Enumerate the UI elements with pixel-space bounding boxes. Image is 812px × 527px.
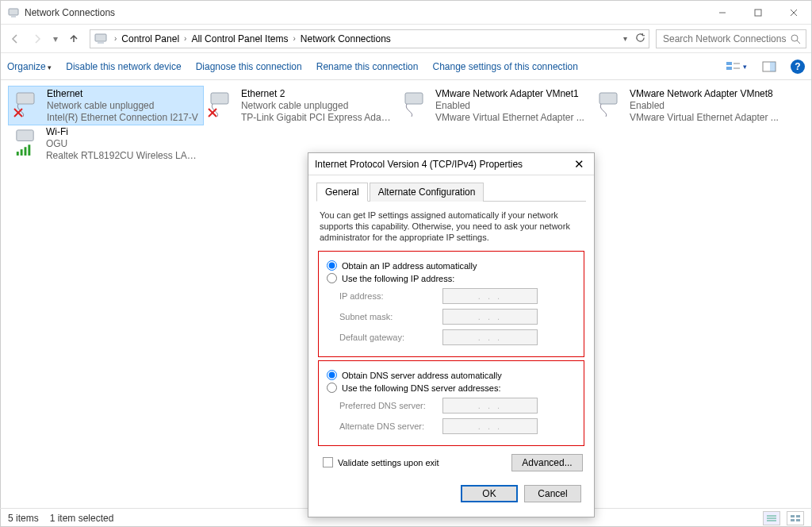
radio-dns-manual-label: Use the following DNS server addresses:: [342, 383, 501, 393]
connection-status: OGU: [46, 138, 200, 150]
svg-rect-16: [17, 93, 34, 104]
svg-point-8: [791, 35, 798, 41]
svg-rect-7: [98, 42, 104, 44]
dialog-info-text: You can get IP settings assigned automat…: [316, 202, 586, 248]
ip-address-input[interactable]: . . .: [442, 288, 538, 304]
connection-item-ethernet[interactable]: Ethernet Network cable unplugged Intel(R…: [9, 87, 203, 125]
ip-address-label: IP address:: [339, 291, 442, 301]
help-button[interactable]: ?: [791, 60, 805, 74]
breadcrumb-item[interactable]: Network Connections: [299, 33, 393, 44]
radio-dns-auto[interactable]: [327, 370, 337, 380]
wifi-icon: [12, 126, 41, 158]
address-icon: [94, 32, 108, 46]
tab-general[interactable]: General: [316, 183, 368, 202]
search-box[interactable]: [656, 29, 806, 48]
change-settings-button[interactable]: Change settings of this connection: [432, 61, 577, 72]
address-bar[interactable]: › Control Panel › All Control Panel Item…: [90, 29, 649, 48]
svg-rect-27: [25, 147, 27, 156]
connection-item-vmnet1[interactable]: VMware Network Adapter VMnet1 Enabled VM…: [397, 87, 592, 125]
properties-dialog: Internet Protocol Version 4 (TCP/IPv4) P…: [308, 152, 595, 517]
validate-settings-checkbox[interactable]: [323, 457, 333, 467]
advanced-button[interactable]: Advanced...: [511, 454, 583, 471]
diagnose-button[interactable]: Diagnose this connection: [196, 61, 302, 72]
svg-rect-25: [17, 152, 19, 156]
connection-item-vmnet8[interactable]: VMware Network Adapter VMnet8 Enabled VM…: [592, 87, 786, 125]
validate-settings-label: Validate settings upon exit: [338, 458, 439, 467]
titlebar: Network Connections: [1, 1, 811, 25]
connection-status: Enabled: [630, 100, 779, 112]
cancel-button[interactable]: Cancel: [524, 485, 581, 502]
breadcrumb-item[interactable]: Control Panel: [120, 33, 181, 44]
radio-ip-manual[interactable]: [327, 273, 337, 283]
connection-device: Realtek RTL8192CU Wireless LAN ...: [46, 150, 200, 162]
disable-device-button[interactable]: Disable this network device: [66, 61, 181, 72]
radio-ip-manual-label: Use the following IP address:: [342, 274, 454, 283]
connection-name: VMware Network Adapter VMnet8: [630, 88, 779, 100]
preview-pane-button[interactable]: [757, 58, 781, 75]
dialog-close-button[interactable]: ✕: [571, 157, 588, 171]
details-view-button[interactable]: [763, 511, 780, 525]
command-bar: Organize Disable this network device Dia…: [1, 53, 811, 80]
view-options-button[interactable]: ▾: [724, 58, 748, 75]
connection-name: Wi-Fi: [46, 126, 200, 138]
forward-button[interactable]: [28, 29, 47, 48]
ip-settings-group: Obtain an IP address automatically Use t…: [318, 251, 584, 357]
organize-menu[interactable]: Organize: [7, 61, 52, 72]
ethernet-icon: [12, 88, 42, 120]
ok-button[interactable]: OK: [461, 485, 518, 502]
large-icons-view-button[interactable]: [787, 511, 804, 525]
refresh-button[interactable]: [635, 33, 645, 45]
connection-status: Network cable unplugged: [241, 100, 394, 112]
default-gateway-label: Default gateway:: [339, 333, 442, 342]
preferred-dns-input[interactable]: . . .: [442, 398, 538, 414]
navbar: ▾ › Control Panel › All Control Panel It…: [1, 25, 811, 53]
tab-alternate-configuration[interactable]: Alternate Configuration: [370, 183, 485, 202]
svg-rect-24: [17, 129, 33, 140]
breadcrumb-item[interactable]: All Control Panel Items: [190, 33, 289, 44]
alternate-dns-input[interactable]: . . .: [442, 418, 538, 434]
svg-rect-28: [28, 144, 30, 156]
chevron-down-icon[interactable]: ▾: [620, 34, 630, 43]
svg-rect-1: [11, 16, 16, 17]
minimize-button[interactable]: [704, 1, 740, 25]
rename-button[interactable]: Rename this connection: [316, 61, 419, 72]
radio-ip-auto[interactable]: [327, 260, 337, 271]
svg-rect-11: [726, 67, 732, 70]
svg-rect-19: [211, 93, 228, 104]
connection-name: VMware Network Adapter VMnet1: [435, 88, 584, 100]
up-button[interactable]: [64, 29, 83, 48]
search-input[interactable]: [661, 33, 790, 45]
app-icon: [7, 6, 20, 19]
maximize-button[interactable]: [740, 1, 776, 25]
search-icon: [790, 33, 801, 44]
dialog-title: Internet Protocol Version 4 (TCP/IPv4) P…: [315, 159, 523, 170]
svg-rect-32: [791, 515, 795, 517]
back-button[interactable]: [6, 29, 25, 48]
ethernet-icon: [206, 88, 236, 120]
close-button[interactable]: [776, 1, 811, 25]
chevron-right-icon: ›: [289, 34, 298, 43]
status-item-count: 5 items: [8, 513, 39, 524]
default-gateway-input[interactable]: . . .: [442, 329, 538, 345]
svg-rect-34: [791, 519, 795, 521]
preferred-dns-label: Preferred DNS server:: [339, 401, 442, 410]
subnet-mask-input[interactable]: . . .: [442, 309, 538, 325]
svg-rect-22: [405, 93, 423, 104]
connection-item-wifi[interactable]: Wi-Fi OGU Realtek RTL8192CU Wireless LAN…: [9, 125, 203, 163]
connection-item-ethernet2[interactable]: Ethernet 2 Network cable unplugged TP-Li…: [203, 87, 397, 125]
svg-rect-15: [770, 62, 776, 71]
ethernet-icon: [400, 88, 431, 120]
alternate-dns-label: Alternate DNS server:: [339, 421, 442, 431]
dialog-tabs: General Alternate Configuration: [316, 182, 586, 202]
window-title: Network Connections: [25, 7, 115, 18]
radio-dns-manual[interactable]: [327, 383, 337, 393]
chevron-right-icon: ›: [111, 34, 120, 43]
recent-locations-button[interactable]: ▾: [50, 29, 61, 48]
svg-rect-0: [9, 9, 18, 15]
svg-rect-33: [796, 515, 800, 517]
connection-device: Intel(R) Ethernet Connection I217-V: [47, 112, 198, 124]
connection-device: VMware Virtual Ethernet Adapter ...: [435, 112, 584, 124]
connection-status: Enabled: [435, 100, 584, 112]
subnet-mask-label: Subnet mask:: [339, 312, 442, 321]
svg-rect-23: [599, 93, 617, 104]
